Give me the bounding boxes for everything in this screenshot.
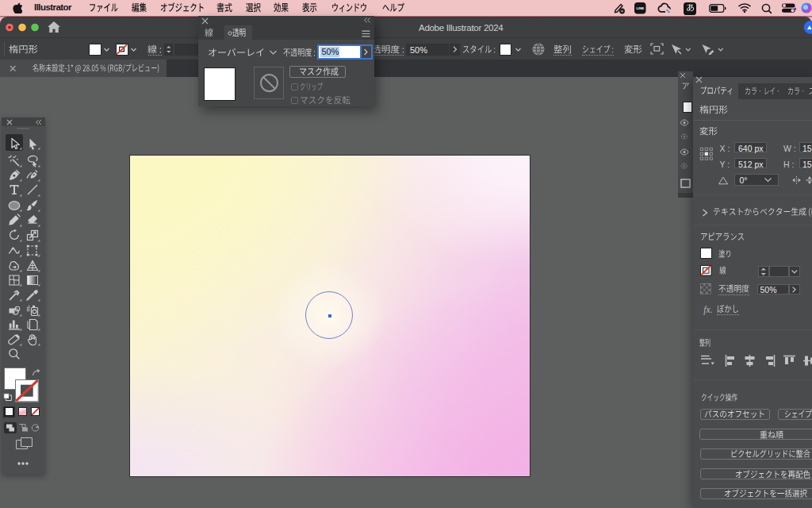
svg-text:LINE: LINE	[636, 6, 644, 10]
